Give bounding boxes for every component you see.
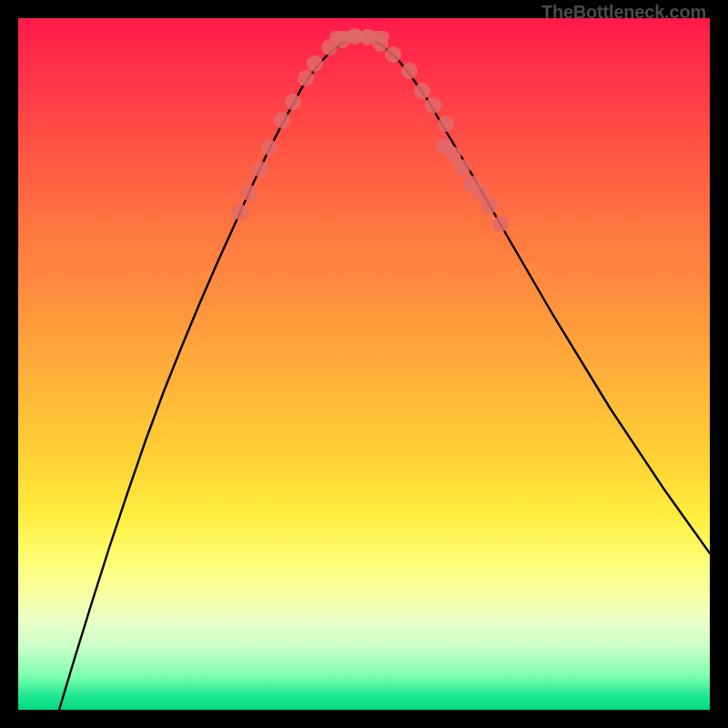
marker-dot	[492, 216, 509, 232]
marker-dot	[454, 159, 470, 176]
marker-dot	[438, 116, 454, 132]
marker-dot	[232, 204, 248, 220]
marker-dot	[372, 35, 389, 52]
bottleneck-curve	[59, 36, 710, 710]
marker-dot	[414, 83, 430, 99]
marker-dot	[401, 63, 418, 79]
marker-dot	[425, 97, 441, 114]
marker-dot	[385, 46, 401, 63]
watermark-text: TheBottleneck.com	[541, 2, 706, 23]
marker-group	[232, 28, 509, 232]
marker-dot	[241, 185, 258, 201]
marker-dot	[481, 197, 498, 214]
marker-dot	[252, 161, 268, 177]
marker-dot	[285, 94, 301, 110]
chart-frame: TheBottleneck.com	[0, 0, 728, 728]
curve-layer	[18, 18, 710, 710]
marker-dot	[298, 70, 314, 86]
plot-area	[18, 18, 710, 710]
marker-dot	[261, 139, 278, 156]
marker-dot	[274, 112, 290, 128]
marker-dot	[307, 56, 323, 72]
